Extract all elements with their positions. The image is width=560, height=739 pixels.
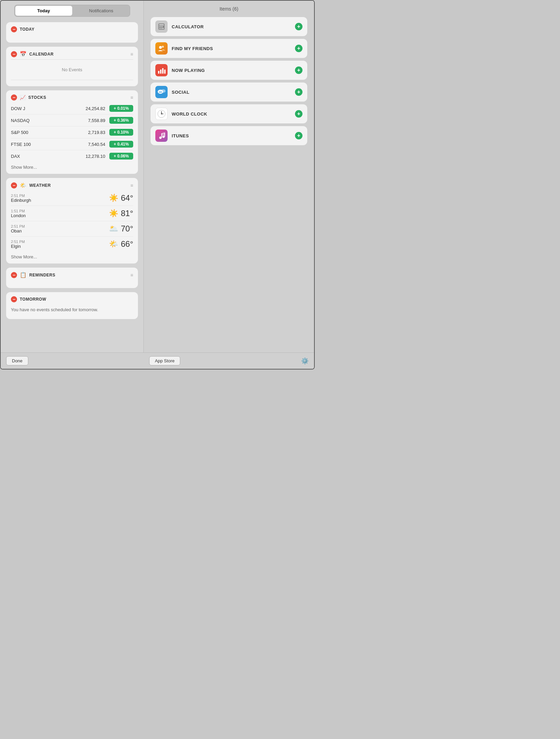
today-title: TODAY — [20, 27, 133, 32]
svg-rect-12 — [162, 68, 164, 74]
weather-condition-icon: 🌤️ — [109, 240, 118, 248]
weather-show-more[interactable]: Show More... — [11, 252, 133, 259]
calendar-remove-btn[interactable]: − — [11, 51, 17, 57]
list-item-icon — [155, 130, 168, 142]
list-item: WORLD CLOCK + — [151, 104, 307, 123]
weather-row: 2:51 PM Oban 🌥️ 70° — [11, 221, 133, 237]
calendar-icon: 📅 — [20, 51, 27, 57]
add-widget-btn[interactable]: + — [295, 88, 302, 96]
reminders-drag[interactable]: ≡ — [130, 272, 133, 278]
stock-name: NASDAQ — [11, 118, 88, 123]
weather-city-info: 2:51 PM Edinburgh — [11, 194, 109, 203]
stock-value: 2,719.83 — [88, 130, 105, 135]
svg-line-25 — [162, 134, 165, 135]
stock-row: NASDAQ 7,558.89 + 0.36% — [11, 115, 133, 126]
stocks-show-more[interactable]: Show More... — [11, 162, 133, 170]
svg-rect-3 — [160, 26, 161, 27]
add-widget-btn[interactable]: + — [295, 110, 302, 118]
weather-city: London — [11, 213, 109, 218]
list-item: SOCIAL + — [151, 82, 307, 102]
weather-city-info: 2:51 PM Oban — [11, 224, 109, 233]
weather-city-info: 2:51 PM Elgin — [11, 240, 109, 249]
list-item-icon — [155, 42, 168, 55]
list-item: CALCULATOR + — [151, 17, 307, 36]
add-widget-btn[interactable]: + — [295, 132, 302, 139]
list-item-icon — [155, 86, 168, 98]
weather-title: WEATHER — [29, 183, 128, 188]
stocks-widget: − 📈 STOCKS ≡ DOW J 24,254.82 + 0.01% NAS… — [6, 90, 138, 174]
stock-change: + 0.06% — [109, 153, 133, 160]
weather-condition-icon: ☀️ — [109, 209, 118, 218]
reminders-header: − 📋 REMINDERS ≡ — [11, 272, 133, 278]
stocks-header: − 📈 STOCKS ≡ — [11, 94, 133, 101]
stocks-table: DOW J 24,254.82 + 0.01% NASDAQ 7,558.89 … — [11, 103, 133, 162]
weather-header: − 🌤️ WEATHER ≡ — [11, 182, 133, 188]
bottom-bar: Done App Store ⚙️ — [1, 352, 314, 369]
divider-bottom — [11, 80, 133, 80]
weather-city-info: 1:51 PM London — [11, 209, 109, 218]
items-count: Items (6) — [151, 6, 307, 12]
weather-condition-icon: 🌥️ — [109, 224, 118, 233]
today-header: − TODAY — [11, 26, 133, 32]
tab-today[interactable]: Today — [15, 6, 72, 16]
today-widget: − TODAY — [6, 22, 138, 43]
svg-point-24 — [162, 136, 165, 138]
stock-change: + 0.36% — [109, 117, 133, 124]
svg-rect-7 — [162, 28, 164, 29]
list-item: NOW PLAYING + — [151, 61, 307, 80]
stock-row: DAX 12,278.10 + 0.06% — [11, 150, 133, 162]
add-widget-btn[interactable]: + — [295, 66, 302, 74]
weather-widget: − 🌤️ WEATHER ≡ 2:51 PM Edinburgh ☀️ 64° … — [6, 178, 138, 263]
stocks-drag[interactable]: ≡ — [130, 95, 133, 100]
divider-top — [11, 59, 133, 60]
stock-value: 12,278.10 — [85, 154, 105, 159]
weather-city: Edinburgh — [11, 198, 109, 203]
calendar-drag[interactable]: ≡ — [130, 51, 133, 57]
weather-time: 2:51 PM — [11, 224, 109, 228]
app-store-button[interactable]: App Store — [149, 356, 181, 365]
list-item-icon — [155, 20, 168, 33]
stock-row: S&P 500 2,719.83 + 0.10% — [11, 126, 133, 138]
svg-rect-2 — [159, 26, 160, 27]
weather-temp: 66° — [121, 239, 133, 249]
list-item: FIND MY FRIENDS + — [151, 39, 307, 58]
weather-drag[interactable]: ≡ — [130, 183, 133, 188]
stock-change: + 0.41% — [109, 141, 133, 148]
svg-point-9 — [162, 46, 164, 48]
stock-value: 7,558.89 — [88, 118, 105, 123]
svg-point-22 — [161, 114, 162, 115]
tab-notifications[interactable]: Notifications — [73, 5, 130, 16]
no-events-label: No Events — [11, 62, 133, 78]
done-button[interactable]: Done — [6, 356, 28, 365]
reminders-remove-btn[interactable]: − — [11, 272, 17, 278]
svg-rect-1 — [159, 24, 164, 26]
stock-row: FTSE 100 7,540.54 + 0.41% — [11, 138, 133, 150]
list-item: ITUNES + — [151, 126, 307, 145]
weather-temp: 81° — [121, 209, 133, 218]
weather-time: 2:51 PM — [11, 240, 109, 244]
list-item-label: ITUNES — [172, 133, 291, 138]
stock-name: FTSE 100 — [11, 142, 88, 147]
list-item-label: FIND MY FRIENDS — [172, 46, 291, 51]
svg-rect-13 — [164, 70, 166, 74]
right-panel: Items (6) CALCULATOR + FIND MY FRI — [144, 1, 314, 352]
add-widget-btn[interactable]: + — [295, 23, 302, 30]
weather-remove-btn[interactable]: − — [11, 182, 17, 188]
main-container: Today Notifications − TODAY − 📅 CALENDAR… — [1, 1, 314, 369]
stock-name: DAX — [11, 154, 85, 159]
stock-name: DOW J — [11, 106, 85, 111]
reminders-icon: 📋 — [20, 272, 27, 278]
weather-icon: 🌤️ — [20, 182, 27, 188]
stocks-remove-btn[interactable]: − — [11, 94, 17, 101]
today-remove-btn[interactable]: − — [11, 26, 17, 32]
list-item-label: NOW PLAYING — [172, 68, 291, 73]
gear-icon[interactable]: ⚙️ — [301, 357, 309, 365]
list-item-label: CALCULATOR — [172, 24, 291, 29]
content-area: Today Notifications − TODAY − 📅 CALENDAR… — [1, 1, 314, 352]
svg-rect-5 — [159, 28, 160, 29]
tomorrow-remove-btn[interactable]: − — [11, 296, 17, 302]
stock-value: 24,254.82 — [85, 106, 105, 111]
add-widget-btn[interactable]: + — [295, 45, 302, 52]
weather-city: Elgin — [11, 244, 109, 249]
stock-value: 7,540.54 — [88, 142, 105, 147]
